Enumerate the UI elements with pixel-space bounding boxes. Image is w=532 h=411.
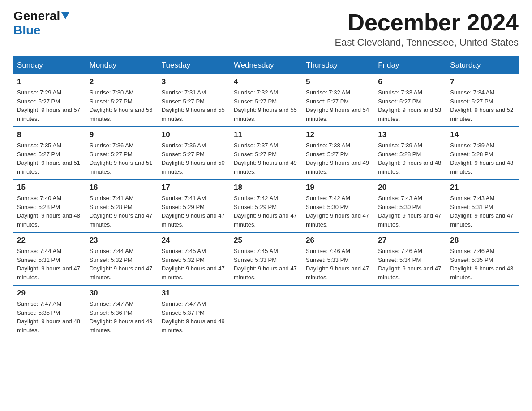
calendar-cell: 29 Sunrise: 7:47 AMSunset: 5:35 PMDaylig… [13, 285, 86, 338]
day-number: 14 [450, 130, 515, 139]
day-info: Sunrise: 7:47 AMSunset: 5:36 PMDaylight:… [90, 300, 154, 334]
day-number: 26 [306, 236, 370, 245]
calendar-cell: 15 Sunrise: 7:40 AMSunset: 5:28 PMDaylig… [13, 180, 86, 232]
day-info: Sunrise: 7:46 AMSunset: 5:35 PMDaylight:… [450, 247, 515, 282]
day-number: 5 [306, 77, 370, 86]
calendar-week-row: 8 Sunrise: 7:35 AMSunset: 5:27 PMDayligh… [13, 127, 519, 180]
day-number: 25 [234, 236, 298, 245]
day-info: Sunrise: 7:47 AMSunset: 5:35 PMDaylight:… [17, 300, 82, 334]
calendar-cell: 19 Sunrise: 7:42 AMSunset: 5:30 PMDaylig… [302, 180, 374, 232]
day-number: 15 [17, 183, 82, 192]
day-number: 20 [378, 183, 442, 192]
day-number: 3 [162, 77, 226, 86]
day-number: 28 [450, 236, 515, 245]
day-number: 23 [90, 236, 154, 245]
calendar-cell [446, 285, 519, 338]
calendar-cell: 30 Sunrise: 7:47 AMSunset: 5:36 PMDaylig… [86, 285, 158, 338]
day-number: 7 [450, 77, 515, 86]
day-info: Sunrise: 7:41 AMSunset: 5:29 PMDaylight:… [162, 194, 226, 229]
day-number: 13 [378, 130, 442, 139]
calendar-cell: 25 Sunrise: 7:45 AMSunset: 5:33 PMDaylig… [230, 232, 302, 285]
day-number: 30 [90, 289, 154, 298]
calendar-cell: 18 Sunrise: 7:42 AMSunset: 5:29 PMDaylig… [230, 180, 302, 232]
day-number: 29 [17, 289, 82, 298]
calendar-cell: 21 Sunrise: 7:43 AMSunset: 5:31 PMDaylig… [446, 180, 519, 232]
day-number: 17 [162, 183, 226, 192]
calendar-cell: 24 Sunrise: 7:45 AMSunset: 5:32 PMDaylig… [158, 232, 230, 285]
calendar-cell: 8 Sunrise: 7:35 AMSunset: 5:27 PMDayligh… [13, 127, 86, 180]
logo-arrow-icon [61, 12, 69, 19]
day-number: 12 [306, 130, 370, 139]
calendar-cell: 3 Sunrise: 7:31 AMSunset: 5:27 PMDayligh… [158, 74, 230, 127]
month-title: December 2024 [335, 9, 519, 36]
logo-general-text: General [13, 9, 60, 23]
calendar-cell [374, 285, 446, 338]
day-info: Sunrise: 7:36 AMSunset: 5:27 PMDaylight:… [90, 141, 154, 176]
col-header-monday: Monday [86, 56, 158, 74]
logo-blue-text: Blue [13, 23, 41, 38]
day-number: 22 [17, 236, 82, 245]
calendar-cell: 11 Sunrise: 7:37 AMSunset: 5:27 PMDaylig… [230, 127, 302, 180]
day-info: Sunrise: 7:43 AMSunset: 5:31 PMDaylight:… [450, 194, 515, 229]
day-info: Sunrise: 7:40 AMSunset: 5:28 PMDaylight:… [17, 194, 82, 229]
calendar-cell: 12 Sunrise: 7:38 AMSunset: 5:27 PMDaylig… [302, 127, 374, 180]
col-header-tuesday: Tuesday [158, 56, 230, 74]
svg-marker-0 [61, 12, 69, 19]
day-info: Sunrise: 7:42 AMSunset: 5:29 PMDaylight:… [234, 194, 298, 229]
calendar-table: SundayMondayTuesdayWednesdayThursdayFrid… [13, 56, 519, 338]
col-header-sunday: Sunday [13, 56, 86, 74]
calendar-cell: 9 Sunrise: 7:36 AMSunset: 5:27 PMDayligh… [86, 127, 158, 180]
calendar-cell: 14 Sunrise: 7:39 AMSunset: 5:28 PMDaylig… [446, 127, 519, 180]
calendar-cell: 28 Sunrise: 7:46 AMSunset: 5:35 PMDaylig… [446, 232, 519, 285]
location-title: East Cleveland, Tennessee, United States [335, 37, 519, 48]
day-info: Sunrise: 7:41 AMSunset: 5:28 PMDaylight:… [90, 194, 154, 229]
calendar-week-row: 29 Sunrise: 7:47 AMSunset: 5:35 PMDaylig… [13, 285, 519, 338]
calendar-week-row: 1 Sunrise: 7:29 AMSunset: 5:27 PMDayligh… [13, 74, 519, 127]
day-info: Sunrise: 7:46 AMSunset: 5:33 PMDaylight:… [306, 247, 370, 282]
calendar-cell: 23 Sunrise: 7:44 AMSunset: 5:32 PMDaylig… [86, 232, 158, 285]
calendar-cell: 4 Sunrise: 7:32 AMSunset: 5:27 PMDayligh… [230, 74, 302, 127]
day-info: Sunrise: 7:33 AMSunset: 5:27 PMDaylight:… [378, 88, 442, 123]
calendar-header-row: SundayMondayTuesdayWednesdayThursdayFrid… [13, 56, 519, 74]
calendar-week-row: 22 Sunrise: 7:44 AMSunset: 5:31 PMDaylig… [13, 232, 519, 285]
day-info: Sunrise: 7:39 AMSunset: 5:28 PMDaylight:… [378, 141, 442, 176]
calendar-week-row: 15 Sunrise: 7:40 AMSunset: 5:28 PMDaylig… [13, 180, 519, 232]
calendar-cell [230, 285, 302, 338]
day-info: Sunrise: 7:34 AMSunset: 5:27 PMDaylight:… [450, 88, 515, 123]
calendar-cell: 16 Sunrise: 7:41 AMSunset: 5:28 PMDaylig… [86, 180, 158, 232]
day-info: Sunrise: 7:47 AMSunset: 5:37 PMDaylight:… [162, 300, 226, 334]
day-info: Sunrise: 7:36 AMSunset: 5:27 PMDaylight:… [162, 141, 226, 176]
calendar-cell: 22 Sunrise: 7:44 AMSunset: 5:31 PMDaylig… [13, 232, 86, 285]
day-number: 9 [90, 130, 154, 139]
day-info: Sunrise: 7:32 AMSunset: 5:27 PMDaylight:… [234, 88, 298, 123]
day-info: Sunrise: 7:44 AMSunset: 5:31 PMDaylight:… [17, 247, 82, 282]
day-number: 6 [378, 77, 442, 86]
day-info: Sunrise: 7:42 AMSunset: 5:30 PMDaylight:… [306, 194, 370, 229]
day-number: 1 [17, 77, 82, 86]
calendar-cell: 7 Sunrise: 7:34 AMSunset: 5:27 PMDayligh… [446, 74, 519, 127]
day-info: Sunrise: 7:29 AMSunset: 5:27 PMDaylight:… [17, 88, 82, 123]
calendar-cell: 1 Sunrise: 7:29 AMSunset: 5:27 PMDayligh… [13, 74, 86, 127]
day-info: Sunrise: 7:45 AMSunset: 5:32 PMDaylight:… [162, 247, 226, 282]
calendar-cell: 26 Sunrise: 7:46 AMSunset: 5:33 PMDaylig… [302, 232, 374, 285]
col-header-saturday: Saturday [446, 56, 519, 74]
day-info: Sunrise: 7:38 AMSunset: 5:27 PMDaylight:… [306, 141, 370, 176]
logo: General Blue [13, 9, 69, 38]
day-number: 24 [162, 236, 226, 245]
calendar-cell [302, 285, 374, 338]
day-number: 31 [162, 289, 226, 298]
col-header-thursday: Thursday [302, 56, 374, 74]
page-header: General Blue December 2024 East Clevelan… [13, 9, 519, 48]
calendar-cell: 20 Sunrise: 7:43 AMSunset: 5:30 PMDaylig… [374, 180, 446, 232]
day-number: 8 [17, 130, 82, 139]
day-number: 4 [234, 77, 298, 86]
day-info: Sunrise: 7:31 AMSunset: 5:27 PMDaylight:… [162, 88, 226, 123]
day-info: Sunrise: 7:35 AMSunset: 5:27 PMDaylight:… [17, 141, 82, 176]
day-number: 16 [90, 183, 154, 192]
day-info: Sunrise: 7:30 AMSunset: 5:27 PMDaylight:… [90, 88, 154, 123]
calendar-cell: 10 Sunrise: 7:36 AMSunset: 5:27 PMDaylig… [158, 127, 230, 180]
day-number: 19 [306, 183, 370, 192]
calendar-cell: 2 Sunrise: 7:30 AMSunset: 5:27 PMDayligh… [86, 74, 158, 127]
day-info: Sunrise: 7:44 AMSunset: 5:32 PMDaylight:… [90, 247, 154, 282]
day-info: Sunrise: 7:46 AMSunset: 5:34 PMDaylight:… [378, 247, 442, 282]
